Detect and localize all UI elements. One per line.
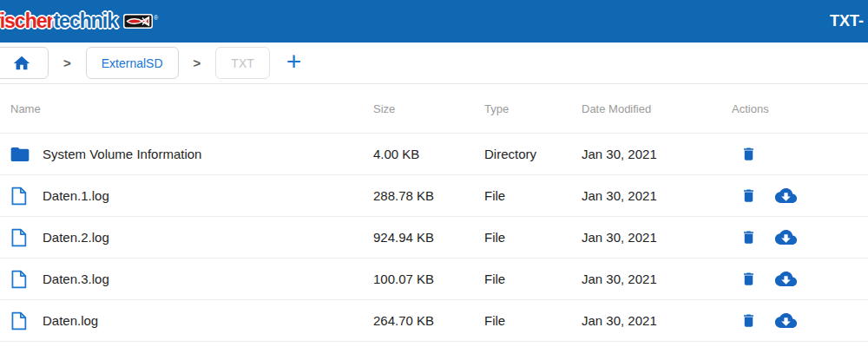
download-button[interactable]: [774, 228, 798, 246]
logo-text-technik: technik: [53, 11, 117, 31]
delete-button[interactable]: [740, 270, 757, 288]
cloud-download-icon: [774, 270, 798, 288]
file-size: 288.78 KB: [373, 188, 484, 203]
breadcrumb-item-txt[interactable]: TXT: [215, 47, 269, 79]
file-icon: [10, 228, 30, 247]
breadcrumb-separator-icon: >: [63, 56, 71, 70]
trash-icon: [740, 228, 757, 246]
cloud-download-icon: [774, 311, 798, 330]
file-size: 924.94 KB: [373, 230, 484, 245]
device-title: TXT-: [830, 12, 865, 30]
table-row[interactable]: Daten.2.log 924.94 KB File Jan 30, 2021: [0, 216, 868, 258]
file-type: File: [484, 272, 582, 286]
breadcrumb-item-externalsd[interactable]: ExternalSD: [86, 47, 179, 79]
folder-icon: [10, 147, 30, 162]
file-date: Jan 30, 2021: [582, 188, 732, 203]
cloud-download-icon: [774, 187, 798, 205]
registered-mark: ®: [154, 15, 158, 21]
top-bar: fischer technik ® TXT-: [0, 0, 868, 43]
actions-cell: [732, 145, 868, 163]
file-type: File: [484, 188, 582, 203]
trash-icon: [740, 270, 757, 288]
name-cell: Daten.3.log: [0, 270, 373, 289]
download-button[interactable]: [774, 187, 798, 205]
delete-button[interactable]: [740, 311, 757, 330]
file-size: 264.70 KB: [373, 313, 484, 328]
trash-icon: [740, 145, 757, 163]
table-row[interactable]: Daten.log 264.70 KB File Jan 30, 2021: [0, 299, 868, 341]
column-header-type: Type: [484, 102, 582, 115]
delete-button[interactable]: [740, 187, 757, 205]
app: fischer technik ® TXT- > ExternalSD > TX…: [0, 0, 868, 342]
delete-button[interactable]: [740, 145, 757, 163]
file-date: Jan 30, 2021: [582, 230, 732, 245]
column-header-name: Name: [0, 102, 373, 115]
file-date: Jan 30, 2021: [582, 313, 732, 328]
download-button[interactable]: [774, 311, 798, 330]
file-type: Directory: [484, 147, 582, 161]
table-row[interactable]: Daten.3.log 100.07 KB File Jan 30, 2021: [0, 258, 868, 299]
name-cell: Daten.2.log: [0, 228, 373, 247]
file-name: Daten.2.log: [43, 230, 109, 245]
actions-cell: [732, 311, 868, 330]
delete-button[interactable]: [740, 228, 757, 246]
file-icon: [10, 311, 30, 331]
name-cell: Daten.1.log: [0, 187, 373, 206]
breadcrumb-home-button[interactable]: [0, 47, 49, 79]
file-type: File: [484, 313, 582, 328]
actions-cell: [732, 187, 868, 205]
logo-text-fischer: fischer: [0, 11, 53, 31]
name-cell: Daten.log: [0, 311, 373, 331]
column-header-date: Date Modified: [582, 102, 732, 115]
fischertechnik-logo: fischer technik ®: [0, 11, 158, 31]
cloud-download-icon: [774, 228, 798, 246]
table-row[interactable]: Daten.1.log 288.78 KB File Jan 30, 2021: [0, 174, 868, 216]
breadcrumb: > ExternalSD > TXT +: [0, 43, 868, 84]
table-row[interactable]: System Volume Information 4.00 KB Direct…: [0, 133, 868, 174]
actions-cell: [732, 270, 868, 288]
file-name: System Volume Information: [43, 147, 201, 161]
breadcrumb-separator-icon: >: [194, 56, 201, 70]
trash-icon: [740, 311, 757, 330]
file-size: 4.00 KB: [373, 147, 484, 161]
fish-badge-icon: [123, 14, 153, 29]
trash-icon: [740, 187, 757, 205]
name-cell: System Volume Information: [0, 147, 373, 162]
file-size: 100.07 KB: [373, 272, 484, 286]
file-icon: [10, 270, 30, 289]
file-name: Daten.1.log: [43, 188, 109, 203]
file-type: File: [484, 230, 582, 245]
file-icon: [10, 187, 30, 206]
table-header: Name Size Type Date Modified Actions: [0, 84, 868, 133]
table-body: System Volume Information 4.00 KB Direct…: [0, 133, 868, 342]
file-date: Jan 30, 2021: [582, 272, 732, 286]
file-name: Daten.3.log: [43, 272, 109, 286]
actions-cell: [732, 228, 868, 246]
column-header-actions: Actions: [732, 102, 868, 115]
file-table: Name Size Type Date Modified Actions: [0, 84, 868, 342]
home-icon: [12, 54, 31, 73]
column-header-size: Size: [373, 102, 484, 115]
download-button[interactable]: [774, 270, 798, 288]
add-button[interactable]: +: [286, 49, 302, 78]
file-date: Jan 30, 2021: [582, 147, 732, 161]
file-name: Daten.log: [43, 313, 98, 328]
